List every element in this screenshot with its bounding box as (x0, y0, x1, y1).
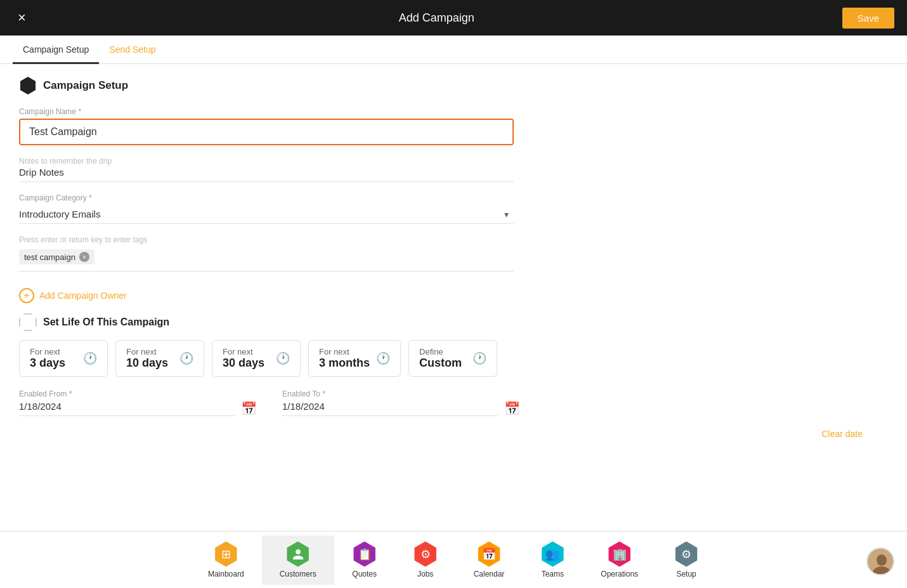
mainboard-icon: ⊞ (213, 542, 238, 567)
drip-notes-value[interactable]: Drip Notes (19, 167, 514, 182)
tags-label: Press enter or return key to enter tags (19, 235, 514, 244)
tab-send-setup[interactable]: Send Setup (99, 36, 166, 64)
enabled-from-field: Enabled From * 1/18/2024 📅 (19, 389, 257, 416)
section-heading: Campaign Setup (19, 77, 888, 95)
set-life-section: Set Life Of This Campaign For next 3 day… (19, 313, 888, 439)
octagon-icon (19, 313, 37, 331)
page-title: Add Campaign (31, 11, 842, 25)
section-title: Campaign Setup (43, 79, 128, 92)
close-button[interactable]: × (13, 7, 31, 29)
jobs-icon: ⚙ (413, 542, 438, 567)
form-area: Campaign Setup Campaign Name * Notes to … (0, 64, 907, 531)
enabled-to-wrapper: 1/18/2024 📅 (282, 401, 520, 416)
life-card-3months[interactable]: For next 3 months 🕐 (308, 340, 401, 377)
category-field: Campaign Category * Introductory Emails … (19, 193, 888, 224)
clear-date-button[interactable]: Clear date (19, 429, 888, 439)
tag-remove-button[interactable]: × (79, 252, 89, 262)
nav-label-setup: Setup (676, 570, 696, 578)
life-card-3days[interactable]: For next 3 days 🕐 (19, 340, 108, 377)
life-card-line2: 10 days (126, 356, 168, 370)
nav-label-customers: Customers (280, 570, 316, 578)
add-owner-label: Add Campaign Owner (39, 291, 127, 301)
life-card-text: For next 10 days (126, 347, 168, 370)
enabled-from-label: Enabled From * (19, 389, 257, 398)
customers-icon (285, 542, 311, 567)
calendar-icon[interactable]: 📅 (241, 401, 257, 416)
life-card-line1: For next (126, 347, 168, 356)
calendar-nav-icon: 📅 (476, 542, 502, 567)
teams-icon: 👥 (540, 542, 565, 567)
nav-item-operations[interactable]: 🏢 Operations (583, 535, 656, 585)
app-header: × Add Campaign Save (0, 0, 907, 36)
setup-icon: ⚙ (674, 542, 699, 567)
nav-item-mainboard[interactable]: ⊞ Mainboard (190, 535, 262, 585)
nav-label-teams: Teams (542, 570, 564, 578)
nav-item-setup[interactable]: ⚙ Setup (656, 535, 717, 585)
nav-label-operations: Operations (601, 570, 638, 578)
enabled-to-field: Enabled To * 1/18/2024 📅 (282, 389, 520, 416)
main-content: Campaign Setup Send Setup Campaign Setup… (0, 36, 907, 531)
nav-label-mainboard: Mainboard (208, 570, 244, 578)
tab-campaign-setup[interactable]: Campaign Setup (13, 36, 99, 64)
nav-item-quotes[interactable]: 📋 Quotes (334, 535, 395, 585)
clock-icon: 🕐 (473, 351, 486, 365)
enabled-to-value[interactable]: 1/18/2024 (282, 401, 498, 416)
operations-icon: 🏢 (607, 542, 632, 567)
life-card-text: For next 3 months (319, 347, 370, 370)
life-card-custom[interactable]: Define Custom 🕐 (408, 340, 497, 377)
tab-bar: Campaign Setup Send Setup (0, 36, 907, 64)
bottom-nav: ⊞ Mainboard Customers 📋 Quotes ⚙ Jobs 📅 … (0, 531, 907, 588)
add-campaign-owner-button[interactable]: + Add Campaign Owner (19, 282, 127, 313)
life-card-10days[interactable]: For next 10 days 🕐 (115, 340, 204, 377)
date-row: Enabled From * 1/18/2024 📅 Enabled To * … (19, 389, 888, 416)
quotes-icon: 📋 (352, 542, 377, 567)
nav-label-quotes: Quotes (352, 570, 377, 578)
life-heading: Set Life Of This Campaign (19, 313, 888, 331)
nav-label-jobs: Jobs (417, 570, 433, 578)
life-card-line2: 3 days (30, 356, 65, 370)
life-card-line2: Custom (419, 356, 462, 370)
svg-point-1 (877, 554, 887, 566)
nav-item-jobs[interactable]: ⚙ Jobs (395, 535, 456, 585)
nav-item-teams[interactable]: 👥 Teams (522, 535, 583, 585)
life-card-line1: For next (319, 347, 370, 356)
life-card-text: For next 30 days (223, 347, 264, 370)
life-card-line1: For next (30, 347, 65, 356)
campaign-name-field: Campaign Name * (19, 107, 888, 145)
campaign-name-label: Campaign Name * (19, 107, 888, 116)
clock-icon: 🕐 (83, 351, 97, 365)
life-card-line2: 3 months (319, 356, 370, 370)
category-select-wrapper: Introductory Emails ▾ (19, 205, 514, 224)
life-card-30days[interactable]: For next 30 days 🕐 (212, 340, 301, 377)
clock-icon: 🕐 (376, 351, 390, 365)
category-label: Campaign Category * (19, 193, 888, 202)
enabled-from-wrapper: 1/18/2024 📅 (19, 401, 257, 416)
life-card-line1: For next (223, 347, 264, 356)
calendar-icon[interactable]: 📅 (504, 401, 520, 416)
nav-label-calendar: Calendar (474, 570, 505, 578)
avatar[interactable] (866, 547, 894, 575)
nav-item-calendar[interactable]: 📅 Calendar (456, 535, 523, 585)
life-card-line1: Define (419, 347, 462, 356)
drip-notes-label: Notes to remember the drip (19, 157, 888, 166)
tag-label: test campaign (24, 252, 75, 262)
enabled-from-value[interactable]: 1/18/2024 (19, 401, 235, 416)
category-select[interactable]: Introductory Emails (19, 205, 514, 224)
tags-area: Press enter or return key to enter tags … (19, 235, 514, 271)
life-options: For next 3 days 🕐 For next 10 days 🕐 For… (19, 340, 888, 377)
tag-item: test campaign × (19, 249, 95, 265)
life-card-text: Define Custom (419, 347, 462, 370)
life-card-text: For next 3 days (30, 347, 65, 370)
save-button[interactable]: Save (842, 8, 894, 29)
section-icon (19, 77, 37, 95)
nav-item-customers[interactable]: Customers (262, 535, 334, 585)
life-card-line2: 30 days (223, 356, 264, 370)
clock-icon: 🕐 (179, 351, 193, 365)
clock-icon: 🕐 (276, 351, 290, 365)
campaign-name-input[interactable] (19, 119, 514, 145)
plus-icon: + (19, 288, 34, 303)
drip-notes-field: Notes to remember the drip Drip Notes (19, 157, 888, 182)
life-title: Set Life Of This Campaign (43, 317, 169, 328)
avatar-wrapper[interactable] (866, 547, 894, 575)
enabled-to-label: Enabled To * (282, 389, 520, 398)
